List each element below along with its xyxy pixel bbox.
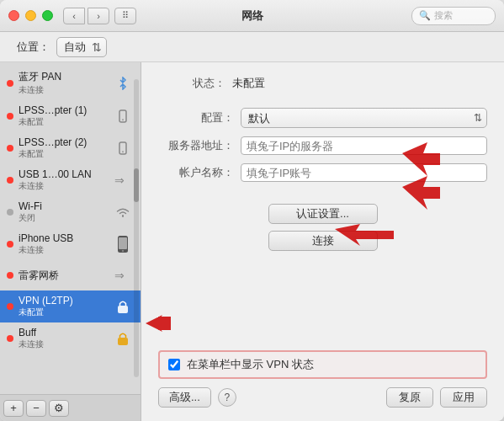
gear-button[interactable]: ⚙: [49, 400, 69, 417]
account-label: 帐户名称：: [158, 165, 234, 180]
svg-point-7: [122, 250, 124, 252]
revert-button[interactable]: 复原: [386, 387, 433, 408]
server-label: 服务器地址：: [158, 138, 234, 153]
item-text-lpss1: LPSS…pter (1) 未配置: [19, 104, 109, 128]
sidebar-item-buff[interactable]: Buff 未连接: [0, 322, 141, 354]
wifi-icon: [112, 201, 134, 223]
sidebar-item-wifi[interactable]: Wi-Fi 关闭: [0, 196, 141, 228]
right-panel-wrapper: 状态： 未配置 配置： 默认 ⇅ 服务器地址：: [141, 62, 504, 421]
item-status-bluetooth: 未连接: [19, 84, 109, 96]
main-content: 蓝牙 PAN 未连接 LPSS…pter (1) 未配置: [0, 62, 504, 421]
item-name-buff: Buff: [19, 327, 109, 338]
item-name-usb: USB 1…00 LAN: [19, 168, 109, 180]
phone-icon-2: [112, 137, 134, 159]
sidebar: 蓝牙 PAN 未连接 LPSS…pter (1) 未配置: [0, 62, 141, 421]
nav-buttons: ‹ ›: [63, 8, 109, 24]
item-name-vpn: VPN (L2TP): [19, 295, 109, 306]
sidebar-toolbar: + − ⚙: [0, 394, 141, 421]
phone-icon-1: [112, 105, 134, 127]
status-value: 未配置: [232, 76, 265, 91]
svg-rect-9: [118, 306, 128, 313]
sidebar-item-lpss1[interactable]: LPSS…pter (1) 未配置: [0, 100, 141, 132]
config-select-wrapper: 默认 ⇅: [241, 108, 487, 128]
item-text-wifi: Wi-Fi 关闭: [19, 200, 109, 224]
config-select[interactable]: 默认: [241, 108, 487, 128]
account-row: 帐户名称：: [158, 163, 487, 182]
titlebar: ‹ › ⠿ 网络 🔍 搜索: [0, 0, 504, 32]
location-select-wrapper: 自动 ⇅: [56, 37, 107, 57]
thunder-icon: ⇒: [112, 264, 134, 286]
status-dot-vpn: [7, 303, 13, 310]
item-name-iphone-usb: iPhone USB: [19, 232, 109, 244]
scrollbar-thumb[interactable]: [134, 168, 139, 202]
status-dot-lpss1: [7, 113, 13, 120]
window-title: 网络: [241, 8, 263, 24]
sidebar-item-usb[interactable]: USB 1…00 LAN 未连接 ⇒: [0, 164, 141, 196]
item-text-lpss2: LPSS…pter (2) 未配置: [19, 136, 109, 160]
usb-icon: ⇒: [112, 169, 134, 191]
item-text-buff: Buff 未连接: [19, 327, 109, 350]
vpn-lock-icon: [112, 296, 134, 317]
config-label: 配置：: [158, 110, 234, 125]
svg-rect-6: [119, 237, 127, 249]
item-name-thunder: 雷雾网桥: [19, 269, 109, 283]
apply-button[interactable]: 应用: [440, 387, 487, 408]
status-dot-lpss2: [7, 145, 13, 152]
status-dot-iphone-usb: [7, 241, 13, 248]
search-icon: 🔍: [419, 10, 431, 21]
svg-text:⇒: ⇒: [114, 173, 125, 187]
svg-text:⇒: ⇒: [114, 269, 125, 282]
item-status-usb: 未连接: [19, 180, 109, 192]
location-select[interactable]: 自动: [56, 37, 107, 57]
sidebar-item-vpn[interactable]: VPN (L2TP) 未配置: [0, 290, 141, 322]
item-status-lpss2: 未配置: [19, 148, 109, 160]
location-label: 位置：: [17, 40, 50, 55]
server-input[interactable]: [241, 136, 487, 155]
status-dot-bluetooth: [7, 80, 13, 87]
status-dot-buff: [7, 335, 13, 342]
maximize-button[interactable]: [42, 10, 53, 21]
sidebar-item-thunder[interactable]: 雷雾网桥 ⇒: [0, 260, 141, 290]
bottom-buttons: 高级... ? 复原 应用: [158, 387, 487, 408]
location-bar: 位置： 自动 ⇅: [0, 32, 504, 62]
search-box[interactable]: 🔍 搜索: [411, 7, 496, 25]
svg-rect-10: [118, 338, 128, 345]
vpn-status-label: 在菜单栏中显示 VPN 状态: [187, 357, 314, 372]
status-row: 状态： 未配置: [158, 76, 487, 91]
account-input[interactable]: [241, 163, 487, 182]
item-text-thunder: 雷雾网桥: [19, 269, 109, 283]
item-text-usb: USB 1…00 LAN 未连接: [19, 168, 109, 192]
sidebar-item-iphone-usb[interactable]: iPhone USB 未连接: [0, 228, 141, 260]
forward-button[interactable]: ›: [88, 8, 109, 24]
sidebar-item-bluetooth[interactable]: 蓝牙 PAN 未连接: [0, 66, 141, 100]
close-button[interactable]: [8, 10, 19, 21]
item-name-lpss1: LPSS…pter (1): [19, 104, 109, 116]
item-text-bluetooth: 蓝牙 PAN 未连接: [19, 70, 109, 96]
traffic-lights: [8, 10, 53, 21]
back-button[interactable]: ‹: [63, 8, 85, 24]
item-status-lpss1: 未配置: [19, 116, 109, 128]
status-label: 状态：: [158, 76, 225, 91]
iphone-icon: [112, 233, 134, 255]
question-button[interactable]: ?: [218, 388, 236, 407]
config-row: 配置： 默认 ⇅: [158, 108, 487, 128]
add-button[interactable]: +: [3, 400, 24, 417]
scrollbar-track: [134, 79, 139, 377]
buff-lock-icon: [112, 328, 134, 349]
minimize-button[interactable]: [25, 10, 36, 21]
item-name-lpss2: LPSS…pter (2): [19, 136, 109, 148]
sidebar-item-lpss2[interactable]: LPSS…pter (2) 未配置: [0, 132, 141, 164]
item-text-iphone-usb: iPhone USB 未连接: [19, 232, 109, 256]
grid-button[interactable]: ⠿: [114, 8, 136, 24]
connect-button[interactable]: 连接: [268, 231, 378, 251]
remove-button[interactable]: −: [26, 400, 46, 417]
network-window: ‹ › ⠿ 网络 🔍 搜索 位置： 自动 ⇅ 蓝牙: [0, 0, 504, 421]
bluetooth-icon: [112, 72, 134, 94]
item-status-iphone-usb: 未连接: [19, 244, 109, 256]
advanced-button[interactable]: 高级...: [158, 387, 211, 408]
item-text-vpn: VPN (L2TP) 未配置: [19, 295, 109, 318]
item-status-vpn: 未配置: [19, 306, 109, 318]
vpn-status-checkbox[interactable]: [168, 359, 180, 370]
auth-button[interactable]: 认证设置...: [268, 204, 378, 224]
status-dot-wifi: [7, 209, 13, 216]
